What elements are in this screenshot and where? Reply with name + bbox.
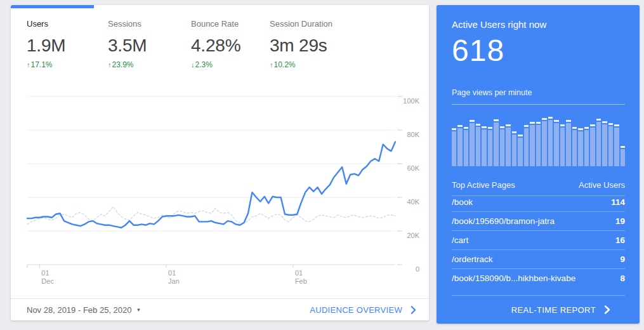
bar-cap (566, 120, 570, 122)
bar-body (482, 129, 486, 166)
bar-cap (560, 124, 565, 126)
bar-body (530, 125, 534, 166)
realtime-card-content: Active Users right now 618 Page views pe… (452, 5, 625, 324)
arrow-up-icon: ↑ (270, 61, 273, 69)
bar-cap (596, 119, 601, 121)
pageviews-bar (512, 116, 516, 166)
x-axis-label-day: 01 (168, 269, 176, 277)
metric-delta: ↑17.1% (27, 60, 108, 69)
pageviews-bar (590, 116, 595, 166)
arrow-down-icon: ↓ (191, 61, 195, 69)
metric-label: Users (27, 19, 108, 29)
metric-delta-value: 17.1% (31, 60, 53, 69)
pageviews-bar (530, 116, 534, 166)
page-path: /book/158090/b...hikhben-kivabe (452, 274, 575, 283)
bar-body (476, 127, 480, 166)
bar-cap (584, 127, 589, 129)
pageviews-per-minute-label: Page views per minute (452, 88, 532, 97)
pageviews-bar (524, 116, 529, 166)
y-axis-label: 40K (407, 198, 419, 206)
caret-down-icon: ▼ (136, 307, 141, 313)
bar-cap (524, 125, 529, 127)
bar-cap (608, 123, 613, 125)
bar-cap (500, 126, 504, 128)
bar-cap (457, 125, 462, 127)
pageviews-bar (572, 116, 577, 166)
active-page-row: /ordertrack9 (452, 250, 625, 269)
x-axis-label-month: Feb (295, 277, 307, 285)
active-users-count: 16 (615, 235, 625, 245)
metric-value: 4.28% (191, 36, 270, 56)
pageviews-bar (596, 116, 601, 166)
metric-delta: ↓2.3% (191, 60, 270, 69)
page-path: /book (452, 197, 473, 207)
metric-tab-users[interactable]: Users 1.9M ↑17.1% (27, 19, 108, 69)
column-header-users: Active Users (579, 180, 625, 190)
bar-body (488, 130, 492, 166)
bar-cap (518, 135, 522, 136)
bar-body (602, 124, 607, 166)
pageviews-bar (457, 116, 462, 166)
page-path: /cart (452, 235, 468, 245)
metric-delta-value: 10.2% (274, 60, 296, 69)
x-axis-label-day: 01 (41, 269, 49, 277)
bar-body (621, 149, 625, 166)
bar-body (470, 123, 474, 166)
metric-label: Bounce Rate (191, 19, 270, 29)
pageviews-bar (560, 116, 565, 166)
metric-label: Sessions (108, 19, 191, 29)
bar-body (500, 129, 504, 166)
pageviews-bar (566, 116, 570, 166)
bar-cap (464, 127, 468, 129)
bar-body (584, 130, 589, 166)
bar-body (457, 128, 462, 166)
metric-label: Session Duration (270, 19, 332, 29)
metric-tab-session-duration[interactable]: Session Duration 3m 29s ↑10.2% (270, 19, 332, 69)
bar-cap (506, 124, 510, 126)
bar-cap (530, 122, 534, 124)
bar-cap (470, 120, 474, 122)
realtime-card-footer: REAL-TIME REPORT (452, 295, 625, 324)
bar-body (572, 130, 577, 166)
y-axis-label: 0 (416, 265, 419, 273)
bar-body (608, 126, 613, 166)
active-users-count: 8 (620, 274, 625, 283)
active-page-row: /book114 (452, 193, 625, 212)
pageviews-bar (506, 116, 510, 166)
page-path: /ordertrack (452, 254, 493, 264)
pageviews-bar (494, 116, 498, 166)
bar-cap (488, 127, 492, 129)
pageviews-bar (500, 116, 504, 166)
bar-cap (482, 126, 486, 128)
bar-body (614, 128, 619, 166)
bar-cap (494, 119, 498, 121)
metric-tab-bounce-rate[interactable]: Bounce Rate 4.28% ↓2.3% (191, 19, 270, 69)
active-pages-table: /book114/book/195690/bramon-jatra19/cart… (452, 193, 625, 287)
bar-cap (602, 121, 607, 123)
page-path: /book/195690/bramon-jatra (452, 216, 555, 226)
metric-delta-value: 23.9% (112, 60, 134, 69)
pageviews-bar (554, 116, 558, 166)
bar-body (452, 131, 456, 166)
x-axis-label-month: Jan (168, 277, 180, 285)
realtime-report-link[interactable]: REAL-TIME REPORT (511, 305, 610, 315)
bar-body (554, 123, 558, 166)
y-axis-label: 20K (407, 232, 419, 239)
x-axis-label-day: 01 (295, 269, 303, 277)
date-range-selector[interactable]: Nov 28, 2019 - Feb 25, 2020 ▼ (27, 305, 141, 315)
active-users-count: 114 (611, 197, 625, 207)
realtime-report-link-label: REAL-TIME REPORT (511, 305, 596, 315)
pageviews-bar (548, 116, 553, 166)
audience-overview-link[interactable]: AUDIENCE OVERVIEW (310, 305, 416, 315)
bar-body (566, 123, 570, 166)
pageviews-bar (578, 116, 582, 166)
users-line-chart[interactable]: 020K40K60K80K100K01Dec01Jan01Feb (11, 88, 429, 291)
bar-body (518, 138, 522, 166)
active-users-count: 9 (620, 254, 625, 264)
bar-cap (590, 124, 595, 126)
divider (452, 104, 625, 105)
pageviews-bar (464, 116, 468, 166)
bar-body (512, 135, 516, 166)
chevron-right-icon (604, 305, 610, 314)
metric-tab-sessions[interactable]: Sessions 3.5M ↑23.9% (108, 19, 191, 69)
